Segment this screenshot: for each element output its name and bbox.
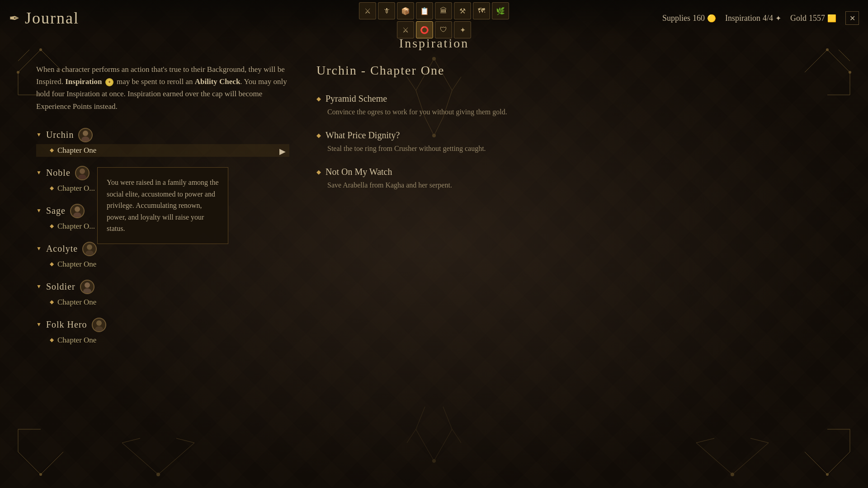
nav-icon-craft[interactable]: ⚒	[454, 2, 471, 19]
character-group-folkhero: ▼ Folk Hero ◆ Chapter One	[36, 316, 289, 347]
expand-arrow-acolyte: ▼	[36, 245, 42, 252]
noble-tooltip: You were raised in a family among the so…	[97, 167, 228, 244]
gold-resource: Gold 1557 🟨	[790, 14, 836, 23]
quest-title-3: ◆ Not On My Watch	[316, 167, 832, 177]
svg-line-15	[41, 452, 63, 474]
journal-icon: ✒	[9, 11, 20, 26]
svg-point-32	[432, 57, 436, 61]
expand-arrow-sage: ▼	[36, 207, 42, 214]
nav-icon-shield[interactable]: 🛡	[435, 21, 452, 38]
svg-point-6	[17, 71, 19, 74]
nav-row-1: ⚔ 🗡 📦 📋 🏛 ⚒ 🗺 🌿	[359, 2, 509, 19]
gold-label: Gold	[790, 14, 807, 23]
diamond-icon-noble: ◆	[50, 185, 54, 192]
svg-point-12	[826, 48, 829, 51]
nav-icon-journal[interactable]: 📋	[416, 2, 433, 19]
diamond-icon: ◆	[50, 147, 54, 154]
desc-inspiration-bold: Inspiration	[65, 77, 102, 86]
avatar-soldier	[80, 280, 94, 294]
play-button[interactable]: ▶	[276, 145, 289, 158]
character-name-sage: Sage	[46, 206, 66, 216]
character-header-folkhero[interactable]: ▼ Folk Hero	[36, 316, 289, 334]
svg-point-56	[73, 212, 81, 217]
character-name-urchin: Urchin	[46, 130, 74, 140]
character-header-soldier[interactable]: ▼ Soldier	[36, 278, 289, 296]
character-name-noble: Noble	[46, 168, 71, 178]
inspiration-label: Inspiration	[725, 14, 760, 23]
supplies-label: Supplies	[662, 14, 690, 23]
inspiration-value: 4/4	[763, 14, 773, 23]
svg-point-52	[81, 136, 90, 141]
desc-mid: may be spent to reroll an	[115, 77, 195, 86]
quest-name-2: What Price Dignity?	[326, 130, 400, 141]
svg-line-4	[18, 50, 29, 61]
inspiration-resource: Inspiration 4/4 ✦	[725, 14, 781, 23]
svg-point-58	[85, 250, 94, 255]
nav-row-2: ⚔ ⭕ 🛡 ✦	[397, 21, 471, 38]
expand-arrow-noble: ▼	[36, 169, 42, 176]
tooltip-text: You were raised in a family among the so…	[107, 178, 219, 232]
chapter-item-urchin-1[interactable]: ◆ Chapter One	[36, 144, 289, 157]
nav-icon-circle[interactable]: ⭕	[416, 21, 433, 38]
quest-diamond-2: ◆	[316, 132, 321, 139]
diamond-icon-folkhero: ◆	[50, 337, 54, 343]
quest-diamond-1: ◆	[316, 95, 321, 103]
avatar-acolyte	[82, 242, 97, 256]
quest-item-2: ◆ What Price Dignity? Steal the toe ring…	[316, 130, 832, 154]
svg-point-53	[80, 169, 85, 174]
svg-point-57	[87, 244, 92, 250]
quest-name-1: Pyramid Scheme	[326, 94, 387, 104]
svg-line-19	[827, 452, 850, 474]
right-panel: Urchin - Chapter One ◆ Pyramid Scheme Co…	[316, 63, 832, 452]
svg-point-18	[39, 473, 42, 476]
svg-point-40	[432, 459, 436, 463]
character-name-acolyte: Acolyte	[46, 244, 78, 254]
chapter-label-acolyte-1: Chapter One	[57, 260, 96, 269]
nav-icon-nature[interactable]: 🌿	[492, 2, 509, 19]
quest-title-1: ◆ Pyramid Scheme	[316, 94, 832, 104]
inspiration-icon: ✦	[775, 14, 781, 23]
diamond-icon-acolyte: ◆	[50, 261, 54, 267]
character-group-urchin: ▼ Urchin ◆ Chapter One	[36, 126, 289, 157]
nav-icon-world[interactable]: 🗺	[473, 2, 490, 19]
svg-point-62	[95, 326, 103, 331]
chapter-item-acolyte-1[interactable]: ◆ Chapter One	[36, 258, 289, 271]
nav-icon-sword[interactable]: ⚔	[359, 2, 376, 19]
quest-name-3: Not On My Watch	[326, 167, 392, 177]
chapter-item-soldier-1[interactable]: ◆ Chapter One	[36, 296, 289, 309]
expand-arrow-folkhero: ▼	[36, 321, 42, 328]
character-name-soldier: Soldier	[46, 282, 75, 292]
svg-line-11	[839, 50, 850, 61]
svg-point-59	[85, 282, 90, 288]
svg-point-60	[83, 288, 91, 293]
left-panel: When a character performs an action that…	[36, 63, 289, 452]
chapter-item-folkhero-1[interactable]: ◆ Chapter One	[36, 334, 289, 347]
character-group-soldier: ▼ Soldier ◆ Chapter One	[36, 278, 289, 309]
close-button[interactable]: ✕	[845, 11, 859, 25]
chapter-label-soldier-1: Chapter One	[57, 298, 96, 307]
character-header-urchin[interactable]: ▼ Urchin	[36, 126, 289, 144]
svg-point-50	[731, 473, 734, 476]
chapter-label-noble-1: Chapter O...	[57, 184, 95, 193]
supplies-icon: 🟡	[707, 14, 716, 23]
nav-icon-pack[interactable]: 📦	[397, 2, 414, 19]
nav-icon-dagger[interactable]: 🗡	[378, 2, 395, 19]
avatar-noble	[75, 166, 90, 180]
svg-point-51	[83, 131, 88, 136]
nav-icon-attack[interactable]: ⚔	[397, 21, 414, 38]
character-name-folkhero: Folk Hero	[46, 319, 87, 330]
supplies-value: 160	[693, 14, 705, 23]
svg-point-45	[156, 473, 160, 476]
resources-bar: Supplies 160 🟡 Inspiration 4/4 ✦ Gold 15…	[662, 11, 859, 25]
inspiration-description: When a character performs an action that…	[36, 63, 289, 113]
quest-desc-2: Steal the toe ring from Crusher without …	[316, 143, 832, 154]
svg-point-61	[96, 320, 102, 326]
diamond-icon-sage: ◆	[50, 223, 54, 230]
expand-arrow-soldier: ▼	[36, 283, 42, 290]
expand-arrow-urchin: ▼	[36, 131, 42, 138]
svg-point-13	[849, 71, 851, 74]
desc-ability-bold: Ability Check	[195, 77, 241, 86]
nav-icon-map[interactable]: 🏛	[435, 2, 452, 19]
inspiration-star-icon	[105, 78, 113, 86]
nav-icon-diamond[interactable]: ✦	[454, 21, 471, 38]
